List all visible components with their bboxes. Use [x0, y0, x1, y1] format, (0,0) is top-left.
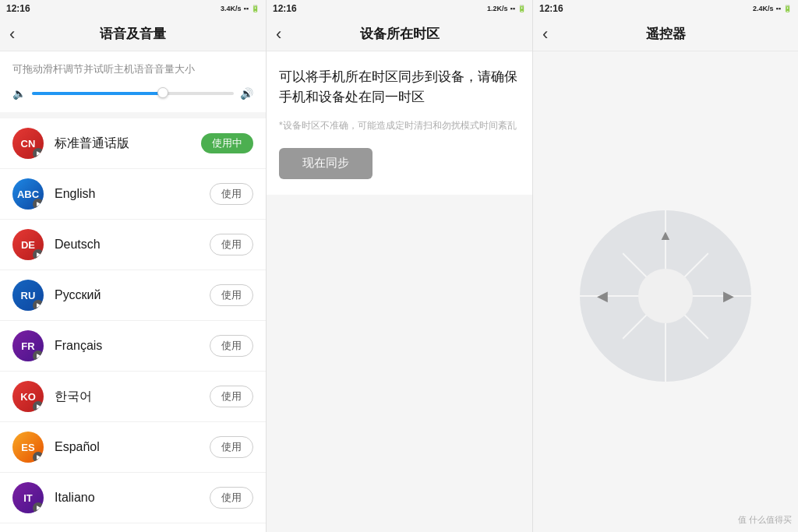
lang-name-fr: Français — [55, 339, 210, 353]
use-button-it[interactable]: 使用 — [210, 487, 253, 509]
wifi-icon-3: ▪▪ — [776, 5, 781, 12]
use-button-fr[interactable]: 使用 — [210, 335, 253, 357]
lang-icon-text-ko: KO — [20, 391, 36, 403]
status-bar-2: 12:16 1.2K/s ▪▪ 🔋 — [267, 0, 532, 17]
header-1: ‹ 语音及音量 — [0, 17, 266, 51]
use-button-de[interactable]: 使用 — [210, 234, 253, 255]
list-item: CN ▶ 标准普通话版 使用中 — [0, 118, 266, 169]
lang-icon-it: IT ▶ — [12, 482, 44, 513]
status-bar-3: 12:16 2.4K/s ▪▪ 🔋 — [533, 0, 798, 17]
lang-name-es: Español — [55, 440, 210, 454]
volume-slider-track[interactable] — [32, 92, 234, 95]
use-button-cn[interactable]: 使用中 — [201, 133, 253, 153]
header-3: ‹ 遥控器 — [533, 17, 798, 51]
play-badge-cn: ▶ — [33, 148, 44, 159]
lang-name-de: Deutsch — [55, 238, 210, 252]
volume-slider-thumb[interactable] — [157, 87, 168, 98]
list-item: DE ▶ Deutsch 使用 — [0, 220, 266, 270]
lang-icon-text-de: DE — [21, 239, 35, 251]
use-button-en[interactable]: 使用 — [210, 183, 253, 205]
lang-name-cn: 标准普通话版 — [55, 136, 201, 152]
sync-button[interactable]: 现在同步 — [279, 148, 373, 179]
panel3-title: 遥控器 — [646, 25, 686, 43]
lang-icon-text-ru: RU — [21, 290, 36, 301]
language-list: CN ▶ 标准普通话版 使用中 ABC ▶ English 使用 DE ▶ De… — [0, 118, 266, 532]
dpad-up-button[interactable]: ▲ — [659, 227, 673, 244]
volume-section: 可拖动滑杆调节并试听主机语音音量大小 🔈 🔊 — [0, 51, 266, 112]
timezone-title: 可以将手机所在时区同步到设备，请确保手机和设备处在同一时区 — [279, 67, 520, 107]
lang-icon-ru: RU ▶ — [12, 280, 44, 311]
dpad-right-button[interactable]: ▶ — [723, 287, 734, 305]
status-icons-1: 3.4K/s ▪▪ 🔋 — [221, 5, 260, 12]
right-arrow-icon: ▶ — [723, 287, 734, 305]
status-icons-3: 2.4K/s ▪▪ 🔋 — [753, 5, 792, 12]
time-1: 12:16 — [6, 3, 30, 14]
time-3: 12:16 — [539, 3, 563, 14]
lang-icon-text-fr: FR — [21, 340, 34, 352]
wifi-icon-2: ▪▪ — [510, 5, 515, 12]
watermark: 值 什么值得买 — [738, 514, 792, 526]
dpad-center-button[interactable] — [638, 269, 693, 323]
status-bar-1: 12:16 3.4K/s ▪▪ 🔋 — [0, 0, 266, 17]
lang-name-it: Italiano — [55, 491, 210, 505]
header-2: ‹ 设备所在时区 — [267, 17, 532, 51]
play-badge-ko: ▶ — [33, 401, 44, 412]
remote-section: ▲ ◀ ▶ — [533, 51, 798, 532]
network-speed-2: 1.2K/s — [487, 5, 508, 12]
play-badge-fr: ▶ — [33, 351, 44, 361]
list-item: FR ▶ Français 使用 — [0, 321, 266, 372]
lang-icon-es: ES ▶ — [12, 432, 44, 463]
list-item: ES ▶ Español 使用 — [0, 422, 266, 473]
play-badge-en: ▶ — [33, 199, 44, 210]
status-icons-2: 1.2K/s ▪▪ 🔋 — [487, 5, 526, 12]
use-button-ru[interactable]: 使用 — [210, 284, 253, 306]
panel1-title: 语音及音量 — [100, 25, 166, 43]
back-button-1[interactable]: ‹ — [9, 24, 15, 44]
volume-label: 可拖动滑杆调节并试听主机语音音量大小 — [12, 62, 253, 76]
lang-name-ru: Русский — [55, 288, 210, 302]
battery-icon-2: 🔋 — [517, 5, 526, 12]
timezone-note: *设备时区不准确，可能造成定时清扫和勿扰模式时间紊乱 — [279, 119, 520, 132]
use-button-ko[interactable]: 使用 — [210, 386, 253, 407]
lang-icon-text-it: IT — [23, 492, 33, 504]
lang-icon-text-en: ABC — [17, 188, 39, 200]
lang-icon-cn: CN ▶ — [12, 128, 44, 159]
wifi-icon: ▪▪ — [244, 5, 249, 12]
play-badge-it: ▶ — [33, 502, 44, 513]
volume-low-icon: 🔈 — [12, 87, 26, 100]
play-badge-de: ▶ — [33, 249, 44, 260]
back-button-2[interactable]: ‹ — [276, 24, 281, 44]
network-speed-1: 3.4K/s — [221, 5, 242, 12]
battery-icon: 🔋 — [251, 5, 260, 12]
volume-slider-fill — [32, 92, 163, 95]
timezone-content: 可以将手机所在时区同步到设备，请确保手机和设备处在同一时区 *设备时区不准确，可… — [267, 51, 532, 195]
panel-voice-volume: 12:16 3.4K/s ▪▪ 🔋 ‹ 语音及音量 可拖动滑杆调节并试听主机语音… — [0, 0, 267, 532]
lang-icon-de: DE ▶ — [12, 229, 44, 260]
dpad-outer: ▲ ◀ ▶ — [580, 210, 751, 382]
lang-name-en: English — [55, 187, 210, 201]
up-arrow-icon: ▲ — [659, 227, 673, 244]
back-button-3[interactable]: ‹ — [542, 24, 548, 44]
lang-icon-en: ABC ▶ — [12, 178, 44, 210]
lang-icon-text-es: ES — [21, 442, 34, 453]
lang-name-ko: 한국어 — [55, 389, 210, 405]
volume-high-icon: 🔊 — [240, 87, 253, 100]
dpad-left-button[interactable]: ◀ — [597, 287, 608, 305]
panel2-title: 设备所在时区 — [360, 25, 440, 43]
lang-icon-ko: KO ▶ — [12, 381, 44, 412]
list-item: KO ▶ 한국어 使用 — [0, 372, 266, 422]
battery-icon-3: 🔋 — [783, 5, 792, 12]
panel-remote: 12:16 2.4K/s ▪▪ 🔋 ‹ 遥控器 ▲ ◀ ▶ — [533, 0, 798, 532]
time-2: 12:16 — [273, 3, 297, 14]
lang-icon-text-cn: CN — [21, 138, 36, 150]
play-badge-es: ▶ — [33, 452, 44, 463]
lang-icon-fr: FR ▶ — [12, 330, 44, 361]
use-button-es[interactable]: 使用 — [210, 436, 253, 458]
volume-slider-row: 🔈 🔊 — [12, 87, 253, 100]
remote-control: ▲ ◀ ▶ — [580, 210, 751, 382]
left-arrow-icon: ◀ — [597, 287, 608, 305]
list-item: RU ▶ Русский 使用 — [0, 270, 266, 321]
play-badge-ru: ▶ — [33, 300, 44, 311]
panel-timezone: 12:16 1.2K/s ▪▪ 🔋 ‹ 设备所在时区 可以将手机所在时区同步到设… — [267, 0, 533, 532]
list-item: ABC ▶ English 使用 — [0, 169, 266, 220]
